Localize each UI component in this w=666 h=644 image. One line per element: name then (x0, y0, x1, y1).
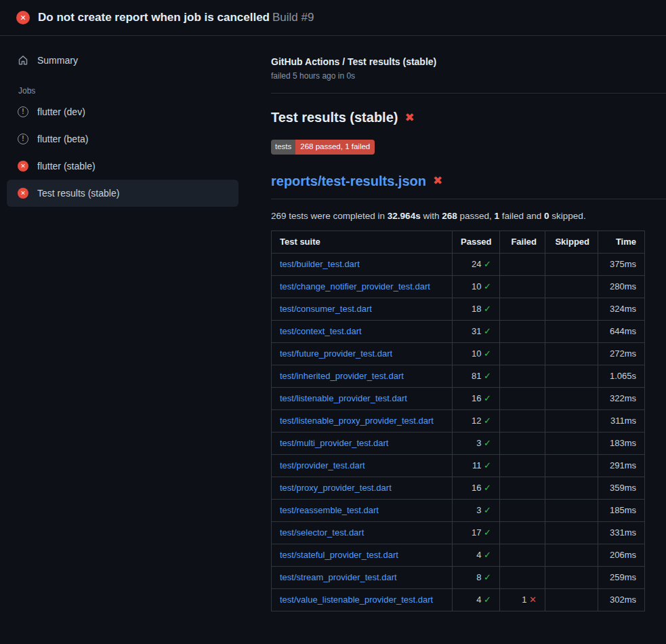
sidebar-item-job[interactable]: !flutter (beta) (7, 125, 238, 153)
failed-cell (500, 477, 545, 499)
sidebar-summary-label: Summary (37, 55, 78, 66)
check-icon: ✓ (484, 371, 491, 381)
neutral-status-icon: ! (18, 106, 28, 117)
section-title-text: Test results (stable) (271, 108, 398, 126)
test-suite-link[interactable]: test/context_test.dart (280, 326, 362, 336)
column-header: Test suite (272, 230, 453, 253)
passed-cell: 4 ✓ (453, 544, 500, 566)
suite-cell: test/listenable_provider_test.dart (272, 387, 453, 409)
suite-cell: test/value_listenable_provider_test.dart (272, 588, 453, 611)
check-icon: ✓ (484, 505, 491, 515)
passed-count: 81 (472, 371, 484, 381)
jobs-section-label: Jobs (18, 86, 238, 96)
job-label: flutter (dev) (37, 106, 85, 117)
time-cell: 272ms (598, 342, 645, 365)
failed-cell (500, 253, 545, 275)
failed-cell (500, 499, 545, 521)
test-suite-link[interactable]: test/consumer_test.dart (280, 304, 372, 314)
failed-cell (500, 566, 545, 588)
table-row: test/stateful_provider_test.dart4 ✓206ms (272, 544, 645, 566)
cross-icon: ✕ (529, 595, 537, 605)
summary-segment: passed, (457, 211, 495, 221)
passed-cell: 11 ✓ (453, 454, 500, 477)
passed-count: 16 (472, 483, 484, 493)
breadcrumb: GitHub Actions / Test results (stable) (271, 56, 645, 67)
time-cell: 280ms (598, 275, 645, 298)
test-suite-link[interactable]: test/listenable_provider_test.dart (280, 393, 407, 403)
table-row: test/provider_test.dart11 ✓291ms (272, 454, 645, 477)
summary-segment: with (421, 211, 442, 221)
sidebar-item-job[interactable]: ✕flutter (stable) (7, 153, 238, 180)
sidebar-item-job[interactable]: !flutter (dev) (7, 98, 238, 125)
test-suite-link[interactable]: test/inherited_provider_test.dart (280, 371, 404, 381)
test-suite-link[interactable]: test/reassemble_test.dart (280, 505, 379, 515)
neutral-status-icon: ! (18, 134, 28, 144)
time-cell: 183ms (598, 432, 645, 454)
test-suite-link[interactable]: test/listenable_proxy_provider_test.dart (280, 416, 434, 426)
x-circle-icon: ✕ (18, 188, 28, 199)
suite-cell: test/builder_test.dart (272, 253, 453, 275)
time-cell: 185ms (598, 499, 645, 521)
time-cell: 324ms (598, 298, 645, 320)
passed-count: 24 (472, 259, 484, 269)
summary-segment: 32.964s (388, 211, 421, 221)
skipped-cell (545, 387, 598, 409)
skipped-cell (545, 342, 598, 365)
failed-cell (500, 275, 545, 298)
page-title-text: Do not create report when job is cancell… (38, 11, 270, 24)
test-suite-link[interactable]: test/stream_provider_test.dart (280, 572, 397, 582)
summary-line: 269 tests were completed in 32.964s with… (271, 211, 645, 221)
test-suite-link[interactable]: test/value_listenable_provider_test.dart (280, 595, 433, 605)
passed-cell: 16 ✓ (453, 387, 500, 409)
suite-cell: test/future_provider_test.dart (272, 342, 453, 365)
x-circle-icon: ✕ (18, 161, 28, 172)
test-suite-link[interactable]: test/proxy_provider_test.dart (280, 483, 392, 493)
failed-cell (500, 521, 545, 544)
passed-cell: 10 ✓ (453, 275, 500, 298)
test-suite-link[interactable]: test/builder_test.dart (280, 259, 360, 269)
suite-cell: test/provider_test.dart (272, 454, 453, 477)
passed-cell: 24 ✓ (453, 253, 500, 275)
test-suite-link[interactable]: test/future_provider_test.dart (280, 348, 392, 359)
time-cell: 375ms (598, 253, 645, 275)
test-suite-link[interactable]: test/change_notifier_provider_test.dart (280, 281, 430, 291)
sidebar-item-job[interactable]: ✕Test results (stable) (7, 180, 238, 207)
check-icon: ✓ (484, 416, 491, 426)
suite-cell: test/proxy_provider_test.dart (272, 477, 453, 499)
summary-segment: 0 (544, 211, 549, 221)
passed-count: 18 (472, 304, 484, 314)
test-suite-link[interactable]: test/selector_test.dart (280, 527, 364, 538)
page-title: Do not create report when job is cancell… (38, 11, 314, 24)
check-icon: ✓ (484, 281, 491, 291)
suite-cell: test/stream_provider_test.dart (272, 566, 453, 588)
failed-cell (500, 387, 545, 409)
tests-badge: tests 268 passed, 1 failed (271, 140, 375, 155)
table-row: test/listenable_provider_test.dart16 ✓32… (272, 387, 645, 409)
run-failed-icon: ✕ (16, 11, 30, 24)
failed-x-icon: ✖ (433, 175, 442, 186)
test-suite-link[interactable]: test/stateful_provider_test.dart (280, 550, 398, 560)
suite-cell: test/consumer_test.dart (272, 298, 453, 320)
table-row: test/context_test.dart31 ✓644ms (272, 320, 645, 342)
column-header: Time (598, 230, 645, 253)
time-cell: 206ms (598, 544, 645, 566)
failed-count: 1 (522, 595, 529, 605)
report-link[interactable]: reports/test-results.json (271, 172, 426, 190)
check-icon: ✓ (484, 572, 491, 582)
sidebar-item-summary[interactable]: Summary (7, 48, 238, 73)
skipped-cell (545, 566, 598, 588)
skipped-cell (545, 253, 598, 275)
skipped-cell (545, 477, 598, 499)
column-header: Skipped (545, 230, 598, 253)
suite-cell: test/reassemble_test.dart (272, 499, 453, 521)
test-suite-link[interactable]: test/multi_provider_test.dart (280, 438, 388, 448)
suite-cell: test/listenable_proxy_provider_test.dart (272, 409, 453, 432)
passed-count: 12 (472, 416, 484, 426)
suite-cell: test/multi_provider_test.dart (272, 432, 453, 454)
time-cell: 644ms (598, 320, 645, 342)
results-table-body: test/builder_test.dart24 ✓375mstest/chan… (272, 253, 645, 611)
passed-count: 3 (476, 505, 484, 515)
test-suite-link[interactable]: test/provider_test.dart (280, 460, 365, 470)
build-number: Build #9 (272, 11, 314, 24)
time-cell: 259ms (598, 566, 645, 588)
